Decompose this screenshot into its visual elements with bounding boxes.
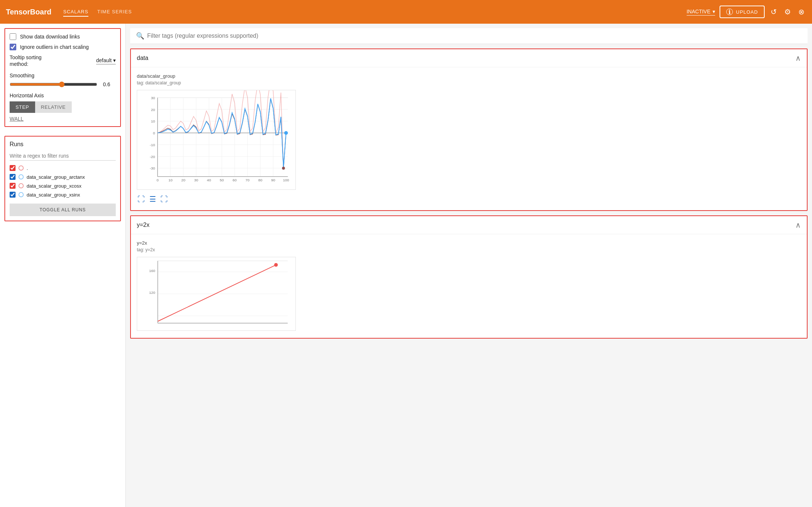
download-button[interactable]: ⛶ [160, 194, 169, 204]
svg-text:-20: -20 [150, 155, 155, 159]
svg-text:20: 20 [181, 178, 186, 182]
run-xcosx-circle [18, 183, 24, 188]
ignore-outliers-label[interactable]: Ignore outliers in chart scaling [20, 44, 89, 50]
toggle-lines-button[interactable]: ☰ [149, 194, 157, 204]
run-arctanx-circle [18, 174, 24, 179]
close-button[interactable]: ⊗ [797, 6, 806, 18]
toggle-all-runs-button[interactable]: TOGGLE ALL RUNS [10, 204, 116, 216]
info-icon: ℹ [726, 9, 733, 15]
svg-text:20: 20 [151, 108, 155, 112]
svg-text:120: 120 [149, 291, 155, 295]
data-chart-tag: tag: data/scalar_group [137, 80, 801, 85]
svg-text:10: 10 [151, 119, 155, 123]
run-xcosx-checkbox[interactable] [10, 183, 16, 189]
svg-text:70: 70 [246, 178, 250, 182]
svg-text:-30: -30 [150, 166, 155, 170]
run-xsinx-circle [18, 192, 24, 197]
data-card-title: data [137, 55, 148, 61]
zoom-fit-button[interactable]: ⛶ [137, 194, 146, 204]
data-chart-inner: data/scalar_group tag: data/scalar_group… [131, 67, 807, 210]
smoothing-row: 0.6 [10, 81, 116, 87]
show-download-row: Show data download links [10, 33, 116, 40]
smoothing-slider[interactable] [10, 81, 97, 87]
app-header: TensorBoard SCALARS TIME SERIES INACTIVE… [0, 0, 812, 24]
inactive-label: INACTIVE [687, 9, 711, 14]
run-xsinx-checkbox[interactable] [10, 192, 16, 198]
smoothing-value-input[interactable]: 0.6 [101, 81, 116, 87]
h-axis-buttons: STEP RELATIVE [10, 101, 116, 113]
smoothing-label: Smoothing [10, 73, 116, 78]
y2x-card-title: y=2x [137, 222, 149, 228]
h-axis-step-button[interactable]: STEP [10, 101, 35, 113]
show-download-checkbox[interactable] [10, 33, 16, 40]
list-item: data_scalar_group_xsinx [10, 192, 116, 198]
y2x-card-collapse-button[interactable]: ∧ [795, 221, 801, 229]
nav-scalars[interactable]: SCALARS [63, 7, 88, 17]
filter-bar: 🔍 [130, 28, 808, 44]
svg-text:50: 50 [220, 178, 224, 182]
svg-text:60: 60 [233, 178, 237, 182]
main-layout: Show data download links Ignore outliers… [0, 24, 812, 507]
nav-time-series[interactable]: TIME SERIES [97, 7, 132, 17]
run-dot-label: . [27, 165, 28, 171]
svg-text:0: 0 [156, 178, 159, 182]
runs-section: Runs . data_scalar_group_arctanx data_sc… [4, 136, 121, 221]
data-chart-subtitle: data/scalar_group [137, 73, 801, 79]
svg-point-51 [274, 263, 278, 267]
svg-point-39 [284, 131, 288, 135]
data-card-collapse-button[interactable]: ∧ [795, 54, 801, 63]
tooltip-sort-dropdown[interactable]: default ▾ [96, 57, 116, 64]
svg-text:-10: -10 [150, 143, 155, 147]
data-card-header: data ∧ [131, 49, 807, 67]
chart-toolbar: ⛶ ☰ ⛶ [137, 194, 801, 204]
svg-text:160: 160 [149, 269, 155, 273]
search-icon: 🔍 [136, 32, 144, 40]
content-area: 🔍 data ∧ data/scalar_group tag: data/sca… [126, 24, 812, 507]
settings-section: Show data download links Ignore outliers… [4, 28, 121, 127]
run-xsinx-label: data_scalar_group_xsinx [27, 192, 80, 198]
main-nav: SCALARS TIME SERIES [63, 7, 132, 17]
svg-point-40 [282, 167, 285, 169]
run-dot-checkbox[interactable] [10, 165, 16, 171]
upload-label: UPLOAD [736, 9, 758, 15]
run-xcosx-label: data_scalar_group_xcosx [27, 183, 81, 189]
inactive-dropdown[interactable]: INACTIVE ▾ [687, 9, 715, 16]
svg-text:80: 80 [258, 178, 263, 182]
svg-text:0: 0 [153, 131, 155, 135]
sidebar: Show data download links Ignore outliers… [0, 24, 126, 507]
app-logo: TensorBoard [6, 8, 51, 16]
run-arctanx-label: data_scalar_group_arctanx [27, 174, 85, 180]
svg-line-50 [158, 265, 277, 321]
h-axis-relative-button[interactable]: RELATIVE [35, 101, 72, 113]
svg-text:30: 30 [151, 96, 155, 100]
list-item: data_scalar_group_arctanx [10, 174, 116, 180]
tooltip-sort-value: default [96, 57, 112, 63]
settings-button[interactable]: ⚙ [783, 6, 792, 18]
tag-filter-input[interactable] [147, 33, 802, 39]
ignore-outliers-checkbox[interactable] [10, 44, 16, 50]
h-axis-label: Horizontal Axis [10, 93, 116, 98]
refresh-button[interactable]: ↺ [769, 6, 778, 18]
header-right: INACTIVE ▾ ℹ UPLOAD ↺ ⚙ ⊗ [687, 6, 806, 18]
data-chart-svg: 30 20 10 0 -10 -20 -30 0 10 20 30 40 50 [137, 90, 801, 191]
svg-text:90: 90 [271, 178, 275, 182]
tooltip-sort-arrow-icon: ▾ [113, 57, 116, 63]
run-dot-circle [18, 165, 24, 171]
svg-text:100: 100 [283, 178, 289, 182]
runs-filter-input[interactable] [10, 151, 116, 161]
h-axis-wall-label[interactable]: WALL [10, 116, 116, 122]
y2x-chart-tag: tag: y=2x [137, 247, 801, 252]
tooltip-sort-row: Tooltip sortingmethod: default ▾ [10, 54, 116, 67]
svg-text:40: 40 [207, 178, 212, 182]
tooltip-sort-label: Tooltip sortingmethod: [10, 54, 41, 67]
run-arctanx-checkbox[interactable] [10, 174, 16, 180]
y2x-chart-svg: 160 120 [137, 257, 801, 332]
svg-text:10: 10 [168, 178, 173, 182]
y2x-card-header: y=2x ∧ [131, 216, 807, 234]
show-download-label[interactable]: Show data download links [20, 34, 80, 40]
list-item: . [10, 165, 116, 171]
data-chart-card: data ∧ data/scalar_group tag: data/scala… [130, 48, 808, 211]
chevron-down-icon: ▾ [713, 9, 715, 14]
ignore-outliers-row: Ignore outliers in chart scaling [10, 44, 116, 50]
upload-button[interactable]: ℹ UPLOAD [720, 6, 765, 18]
